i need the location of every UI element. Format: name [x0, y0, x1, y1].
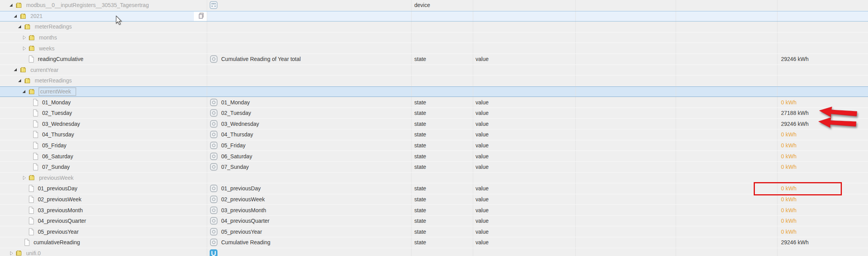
- value-cell[interactable]: 0 kWh: [777, 205, 868, 215]
- value-label: 0 kWh: [781, 218, 797, 224]
- type-label: state: [414, 207, 426, 213]
- collapsed-expander-icon[interactable]: [9, 251, 14, 256]
- tree-row-03_previousMonth[interactable]: 03_previousMonth03_previousMonthstateval…: [0, 205, 868, 216]
- tree-row-readingCumulative[interactable]: readingCumulativeCumulative Reading of Y…: [0, 54, 868, 65]
- value-cell[interactable]: 0 kWh: [777, 226, 868, 237]
- tree-row-04_Thursday[interactable]: 04_Thursday04_Thursdaystatevalue0 kWh: [0, 129, 868, 140]
- tree-row-02_Tuesday[interactable]: 02_Tuesday02_Tuesdaystatevalue27188 kWh: [0, 108, 868, 119]
- folder-icon: [28, 45, 36, 52]
- type-cell: [412, 11, 473, 21]
- tree-row-07_Sunday[interactable]: 07_Sunday07_Sundaystatevalue0 kWh: [0, 162, 868, 173]
- file-icon: [27, 207, 35, 214]
- tree-row-05_Friday[interactable]: 05_Friday05_Fridaystatevalue0 kWh: [0, 140, 868, 151]
- function-cell: [676, 32, 777, 43]
- role-cell: value: [473, 97, 576, 107]
- type-cell: state: [412, 194, 473, 205]
- collapsed-expander-icon[interactable]: [21, 175, 27, 180]
- tree-row-01_previousDay[interactable]: 01_previousDay01_previousDaystatevalue0 …: [0, 183, 868, 194]
- tree-row-2021[interactable]: 2021: [0, 11, 868, 22]
- value-cell[interactable]: 29246 kWh: [777, 54, 868, 64]
- value-cell[interactable]: 27188 kWh: [777, 108, 868, 118]
- expanded-expander-icon[interactable]: [13, 14, 18, 18]
- tree-row-meterReadings[interactable]: meterReadings: [0, 21, 868, 32]
- tree-row-cumulativeReading[interactable]: cumulativeReadingCumulative Readingstate…: [0, 237, 868, 248]
- expanded-expander-icon[interactable]: [17, 78, 22, 83]
- tree-row-months[interactable]: months: [0, 32, 868, 43]
- tree-row-04_previousQuarter[interactable]: 04_previousQuarter04_previousQuarterstat…: [0, 216, 868, 227]
- state-icon: [209, 141, 218, 150]
- tree-row-02_previousWeek[interactable]: 02_previousWeek02_previousWeekstatevalue…: [0, 194, 868, 205]
- name-cell: 03_previousMonth: [207, 205, 412, 215]
- device-icon: [209, 1, 218, 9]
- name-cell: Cumulative Reading: [207, 237, 412, 248]
- unifi-icon: [209, 249, 218, 256]
- role-cell: value: [473, 129, 576, 140]
- value-cell: [777, 32, 868, 43]
- tree-row-05_previousYear[interactable]: 05_previousYear05_previousYearstatevalue…: [0, 226, 868, 237]
- value-label: 0 kWh: [781, 131, 797, 138]
- id-cell: cumulativeReading: [0, 237, 207, 248]
- tree-row-modbus__0__inputRegisters__30535_Tagesertrag[interactable]: modbus__0__inputRegisters__30535_Tageser…: [0, 0, 868, 11]
- tree-row-meterReadings[interactable]: meterReadings: [0, 75, 868, 86]
- tree-row-03_Wednesday[interactable]: 03_Wednesday03_Wednesdaystatevalue29246 …: [0, 119, 868, 130]
- tree-row-currentWeek[interactable]: currentWeek: [0, 86, 868, 97]
- value-cell: [777, 173, 868, 183]
- expanded-expander-icon[interactable]: [13, 68, 18, 72]
- expanded-expander-icon[interactable]: [17, 24, 22, 29]
- file-icon: [27, 185, 35, 192]
- role-cell: value: [473, 205, 576, 215]
- type-label: state: [414, 56, 426, 62]
- value-cell[interactable]: 29246 kWh: [777, 119, 868, 129]
- tree-row-06_Saturday[interactable]: 06_Saturday06_Saturdaystatevalue0 kWh: [0, 151, 868, 162]
- function-cell: [676, 173, 777, 183]
- node-label: currentWeek: [39, 88, 76, 95]
- room-cell: [576, 43, 676, 54]
- id-cell: meterReadings: [0, 21, 207, 32]
- value-cell[interactable]: 29246 kWh: [777, 237, 868, 248]
- tree-row-weeks[interactable]: weeks: [0, 43, 868, 54]
- role-label: value: [476, 99, 488, 106]
- role-label: value: [476, 131, 488, 138]
- value-cell[interactable]: 0 kWh: [777, 183, 868, 194]
- id-cell: 01_Monday: [0, 97, 207, 107]
- expanded-expander-icon[interactable]: [9, 3, 14, 7]
- collapsed-expander-icon[interactable]: [21, 35, 27, 40]
- value-label: 0 kWh: [781, 207, 797, 213]
- node-label: 04_Thursday: [42, 131, 74, 138]
- function-cell: [676, 43, 777, 54]
- name-cell: 07_Sunday: [207, 162, 412, 172]
- value-cell: [777, 11, 868, 21]
- room-cell: [576, 75, 676, 86]
- value-cell: [777, 75, 868, 86]
- value-cell[interactable]: 0 kWh: [777, 151, 868, 161]
- name-cell: [207, 75, 412, 86]
- type-cell: state: [412, 119, 473, 129]
- value-cell[interactable]: 0 kWh: [777, 97, 868, 107]
- value-cell[interactable]: 0 kWh: [777, 140, 868, 151]
- name-label: 06_Saturday: [221, 153, 252, 159]
- collapsed-expander-icon[interactable]: [21, 46, 27, 51]
- node-label: modbus__0__inputRegisters__30535_Tageser…: [26, 2, 149, 8]
- copy-id-button[interactable]: [194, 12, 207, 21]
- type-cell: [412, 21, 473, 32]
- value-cell[interactable]: 0 kWh: [777, 216, 868, 226]
- node-label: months: [39, 34, 57, 41]
- expanded-expander-icon[interactable]: [21, 90, 27, 94]
- role-cell: value: [473, 183, 576, 194]
- tree-row-previousWeek[interactable]: previousWeek: [0, 173, 868, 184]
- value-cell[interactable]: 0 kWh: [777, 162, 868, 172]
- role-label: value: [476, 196, 488, 202]
- value-cell[interactable]: 0 kWh: [777, 129, 868, 140]
- name-cell: [207, 87, 412, 97]
- type-label: state: [414, 131, 426, 138]
- value-cell[interactable]: 0 kWh: [777, 194, 868, 205]
- type-cell: state: [412, 151, 473, 161]
- file-icon: [32, 99, 39, 106]
- type-cell: state: [412, 162, 473, 172]
- function-cell: [676, 119, 777, 129]
- tree-row-currentYear[interactable]: currentYear: [0, 65, 868, 76]
- node-label: 01_previousDay: [38, 185, 77, 192]
- role-cell: [473, 248, 576, 256]
- tree-row-01_Monday[interactable]: 01_Monday01_Mondaystatevalue0 kWh: [0, 97, 868, 108]
- tree-row-unifi.0[interactable]: unifi.0: [0, 248, 868, 256]
